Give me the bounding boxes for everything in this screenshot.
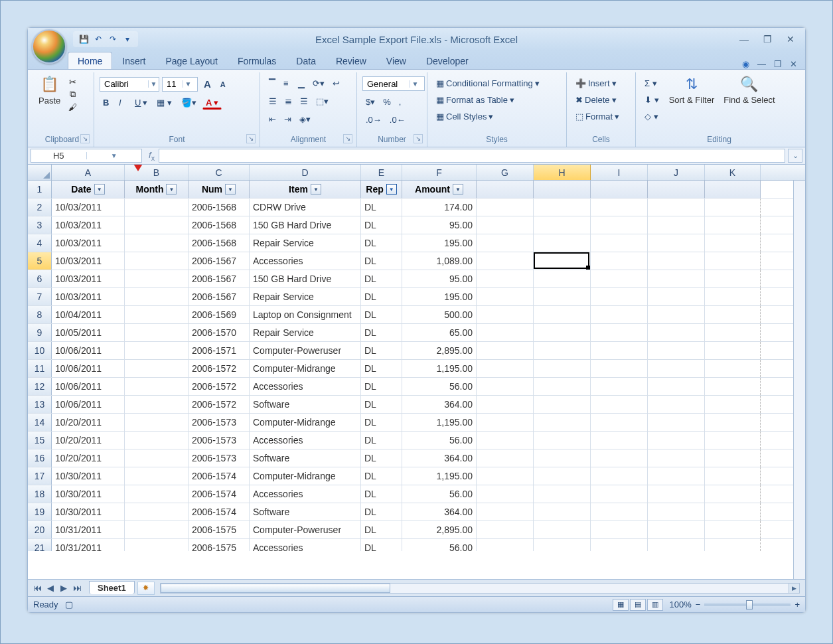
cell[interactable]: 10/04/2011 (52, 306, 125, 323)
cell[interactable] (648, 503, 705, 521)
cell[interactable] (591, 467, 648, 485)
close-button[interactable]: ✕ (787, 34, 795, 44)
cell[interactable]: 1,195.00 (402, 360, 477, 377)
sheet-nav-prev[interactable]: ◀ (44, 583, 57, 593)
cell[interactable]: Software (250, 396, 361, 413)
fill-button[interactable]: ⬇ ▾ (641, 93, 662, 107)
cell[interactable] (705, 432, 761, 449)
cell[interactable]: DL (361, 360, 402, 377)
cell[interactable]: 95.00 (402, 270, 477, 287)
italic-button[interactable]: I (115, 96, 129, 110)
cell[interactable] (705, 485, 761, 503)
comma-icon[interactable]: , (396, 95, 409, 109)
insert-sheet-icon[interactable]: ✸ (137, 582, 155, 595)
cell[interactable] (705, 414, 761, 431)
cell[interactable] (591, 234, 648, 252)
sheet-nav-last[interactable]: ⏭ (70, 583, 84, 593)
cell[interactable]: DL (361, 199, 402, 216)
cell[interactable]: DL (361, 396, 402, 413)
cell[interactable] (125, 306, 189, 323)
cell[interactable]: Software (250, 503, 361, 521)
cell[interactable] (477, 539, 534, 551)
align-launcher[interactable]: ↘ (343, 134, 352, 143)
fill-color-button[interactable]: 🪣▾ (178, 96, 200, 110)
cell[interactable]: 2006-1575 (189, 539, 250, 551)
save-icon[interactable]: 💾 (78, 34, 89, 44)
cell[interactable]: 56.00 (402, 378, 477, 395)
cell[interactable] (648, 342, 705, 359)
cell[interactable]: 150 GB Hard Drive (250, 270, 361, 287)
cell[interactable]: DL (361, 306, 402, 323)
cell[interactable] (705, 252, 761, 270)
cell[interactable] (534, 199, 591, 216)
font-color-button[interactable]: A▾ (202, 96, 222, 110)
cell[interactable]: 1,089.00 (402, 252, 477, 270)
cell[interactable]: 174.00 (402, 199, 477, 216)
cell[interactable] (648, 521, 705, 538)
cell[interactable] (125, 396, 189, 413)
cell[interactable] (477, 252, 534, 270)
help-icon[interactable]: ◉ (742, 59, 749, 69)
cell[interactable]: Computer-Poweruser (250, 521, 361, 538)
cell[interactable]: Computer-Poweruser (250, 342, 361, 359)
cell[interactable] (705, 449, 761, 467)
format-as-table-button[interactable]: ▦ Format as Table ▾ (433, 93, 518, 107)
name-box[interactable]: H5▼ (31, 149, 142, 163)
cell[interactable] (648, 432, 705, 449)
cell[interactable]: 10/03/2011 (52, 234, 125, 252)
orientation-more-icon[interactable]: ◈▾ (296, 112, 314, 126)
cell[interactable] (648, 288, 705, 305)
cell[interactable] (477, 396, 534, 413)
cell[interactable]: 2006-1573 (189, 449, 250, 467)
decrease-indent-icon[interactable]: ⇤ (265, 112, 279, 126)
cell[interactable]: DL (361, 432, 402, 449)
cell[interactable]: Accessories (250, 252, 361, 270)
ribbon-tab-view[interactable]: View (376, 52, 416, 69)
cell[interactable]: DL (361, 288, 402, 305)
cell[interactable] (477, 342, 534, 359)
cell[interactable] (477, 288, 534, 305)
column-header-H[interactable]: H (534, 165, 591, 180)
align-bottom-icon[interactable]: ▁ (295, 76, 308, 90)
column-header-E[interactable]: E (361, 165, 402, 180)
cell[interactable]: DL (361, 521, 402, 538)
cell[interactable]: DL (361, 234, 402, 252)
cell[interactable] (591, 288, 648, 305)
align-top-icon[interactable]: ▔ (265, 76, 279, 90)
clipboard-launcher[interactable]: ↘ (80, 134, 90, 143)
cell[interactable]: 10/05/2011 (52, 324, 125, 341)
cell[interactable]: 2006-1568 (189, 234, 250, 252)
cell[interactable] (477, 270, 534, 287)
header-cell[interactable] (705, 181, 761, 198)
cell[interactable] (534, 396, 591, 413)
macro-record-icon[interactable]: ▢ (65, 600, 73, 609)
cell[interactable]: 10/30/2011 (52, 485, 125, 503)
sheet-nav-next[interactable]: ▶ (57, 583, 70, 593)
cell[interactable]: 2006-1567 (189, 252, 250, 270)
cell[interactable]: DL (361, 467, 402, 485)
cell[interactable]: 65.00 (402, 324, 477, 341)
cell[interactable]: Accessories (250, 432, 361, 449)
font-launcher[interactable]: ↘ (246, 134, 256, 143)
cell[interactable] (705, 324, 761, 341)
cell[interactable]: Accessories (250, 378, 361, 395)
cell[interactable] (534, 485, 591, 503)
cell[interactable] (591, 378, 648, 395)
cell[interactable] (648, 216, 705, 234)
cell[interactable]: 2006-1572 (189, 360, 250, 377)
cell[interactable] (705, 503, 761, 521)
row-header[interactable]: 20 (28, 521, 52, 538)
ribbon-tab-insert[interactable]: Insert (112, 52, 155, 69)
cell[interactable]: DL (361, 252, 402, 270)
cell[interactable] (648, 485, 705, 503)
header-cell[interactable]: Month▼ (125, 181, 189, 198)
cell[interactable] (648, 270, 705, 287)
column-header-A[interactable]: A (52, 165, 125, 180)
cell[interactable] (591, 270, 648, 287)
cell[interactable] (477, 378, 534, 395)
cell[interactable]: 2006-1571 (189, 342, 250, 359)
filter-button[interactable]: ▼ (94, 184, 105, 195)
format-cells-button[interactable]: ⬚ Format ▾ (572, 110, 623, 123)
minimize-button[interactable]: — (739, 34, 749, 44)
cell[interactable] (648, 449, 705, 467)
